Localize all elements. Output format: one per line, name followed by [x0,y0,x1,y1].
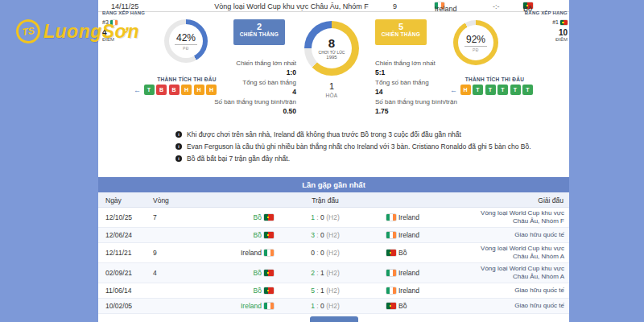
draws-label: HÒA [304,93,359,98]
row-home-team: Bồ [187,287,274,295]
row-date: 12/11/21 [105,249,131,257]
row-away-team: Ireland [386,231,419,239]
ireland-flag-icon [386,270,396,276]
away-wins-box: 5 CHIẾN THẮNG [375,19,427,45]
stat-label: Chiến thắng lớn nhất [375,60,469,68]
ireland-flag-icon [386,214,396,221]
table-row: 10/02/05Ireland1 : 0 (H2)BồGiao hữu quốc… [98,299,569,314]
form-result-win: T [144,85,155,95]
home-wins-value: 2 [233,23,285,31]
away-wins-label: CHIẾN THẮNG [375,31,427,37]
home-team-name: Bồ [254,231,262,239]
table-row: 12/10/257Bồ1 : 0 (H2)IrelandVòng loại Wo… [98,208,569,228]
fact-text: Evan Ferguson là cầu thủ ghi nhiều bàn t… [187,143,531,151]
away-rank-value: #1 [552,19,559,26]
away-team-name: Ireland [398,269,419,277]
table-row: 12/06/24Bồ3 : 0 (H2)IrelandGiao hữu quốc… [98,228,569,243]
table-title: Lần gặp gần nhất [98,177,569,192]
form-result-win: T [497,85,508,95]
form-result-draw: H [460,85,471,95]
portugal-flag-icon [386,250,396,256]
draws-block: 1 HÒA [304,81,359,98]
row-away-team: Ireland [386,269,419,277]
away-form-donut: 92% PĐ [453,20,498,65]
away-points-value: 10 [504,29,568,36]
fact-text: Khi được chơi trên sân nhà, Ireland đã k… [187,131,461,138]
stat-label: Số bàn thắng trung bình/trận [211,98,296,106]
since-year: 1995 [326,55,336,60]
column-date: Ngày [105,196,122,204]
row-away-team: Bồ [386,249,407,257]
home-form-title: THÀNH TÍCH THI ĐẤU [130,76,243,82]
away-team-name: Ireland [398,231,419,239]
row-home-team: Bồ [187,213,274,221]
form-result-win: T [473,85,483,95]
portugal-flag-icon [264,270,274,276]
row-home-team: Bồ [187,231,274,239]
history-arrow-icon: ← [450,86,457,94]
site-logo[interactable]: TS LuongSơn [16,19,139,43]
home-team-name: Bồ [254,269,262,277]
ireland-flag-icon [264,250,274,256]
info-icon: i [175,131,182,138]
match-score: -:- [493,2,500,10]
halftime-label: (H2) [324,302,340,310]
form-result-loss: B [156,85,167,95]
row-tournament: Vòng loại World Cup khu vực Châu Âu, Nhó… [474,265,564,281]
home-team-name: Ireland [435,5,457,13]
fact-item: iEvan Ferguson là cầu thủ ghi nhiều bàn … [175,143,562,151]
away-team-name: Ireland [398,287,419,295]
total-matches-value: 8 [328,37,335,49]
home-ranking-label: BẢNG XẾP HẠNG [102,10,149,17]
column-tournament: Giải đấu [538,196,564,204]
home-form-percent: 42% [175,32,197,45]
row-away-team: Ireland [386,213,419,221]
away-points-label: ĐIỂM [504,36,568,43]
home-wins-box: 2 CHIẾN THẮNG [233,19,285,45]
home-wins-label: CHIẾN THẮNG [233,31,285,37]
row-tournament: Giao hữu quốc tế [474,302,564,310]
row-score: 3 : 0 (H2) [291,231,359,239]
stat-value: 1:0 [211,68,296,76]
stat-value: 5:1 [375,68,469,76]
away-form-percent-sub: PĐ [473,47,479,52]
portugal-flag-icon [386,303,396,309]
stat-label: Chiến thắng lớn nhất [211,60,296,68]
away-team-name: Bồ [398,302,407,310]
ireland-flag-icon [386,232,396,238]
match-tournament: Vòng loại World Cup khu vực Châu Âu, Nhó… [187,2,396,10]
row-date: 12/10/25 [105,213,132,221]
history-arrow-icon: ← [134,86,141,94]
away-ranking-block: BẢNG XẾP HẠNG #1 10 ĐIỂM [504,10,568,43]
head-to-head-donut: 8 CHƠI TỪ LÚC 1995 [304,21,359,76]
form-result-win: T [485,85,496,95]
halftime-label: (H2) [324,287,340,295]
table-header-row: Ngày Vòng Trận đấu Giải đấu [98,192,569,208]
stat-value: 1.75 [375,107,469,115]
row-away-team: Ireland [386,287,419,295]
table-body: 12/10/257Bồ1 : 0 (H2)IrelandVòng loại Wo… [98,208,569,314]
away-team-name: Bồ [398,249,407,257]
away-form-strip: ←HTTTTT [450,85,533,95]
match-home-team: Ireland [435,2,444,9]
ireland-flag-icon [264,303,274,309]
column-round: Vòng [153,196,169,204]
stat-value: 4 [211,88,296,96]
form-result-draw: H [194,85,204,95]
facts-list: iKhi được chơi trên sân nhà, Ireland đã … [175,131,562,167]
form-result-draw: H [206,85,217,95]
logo-globe-icon: TS [14,18,42,45]
home-form-percent-sub: PĐ [183,46,189,51]
column-match: Trận đấu [291,196,359,204]
form-result-win: T [510,85,521,95]
home-stats-list: Chiến thắng lớn nhất1:0Tổng số bàn thắng… [211,60,296,118]
match-header: 14/11/25 Vòng loại World Cup khu vực Châ… [98,0,569,12]
more-button[interactable] [310,316,358,322]
row-tournament: Giao hữu quốc tế [474,287,564,295]
home-form-strip: ←TBBHHH [134,85,217,95]
logo-text: LuongSơn [43,21,139,43]
away-form-title: THÀNH TÍCH THI ĐẤU [436,76,553,82]
fact-item: iKhi được chơi trên sân nhà, Ireland đã … [175,131,562,138]
halftime-label: (H2) [324,249,340,257]
match-away-team: Bồ [523,2,533,9]
